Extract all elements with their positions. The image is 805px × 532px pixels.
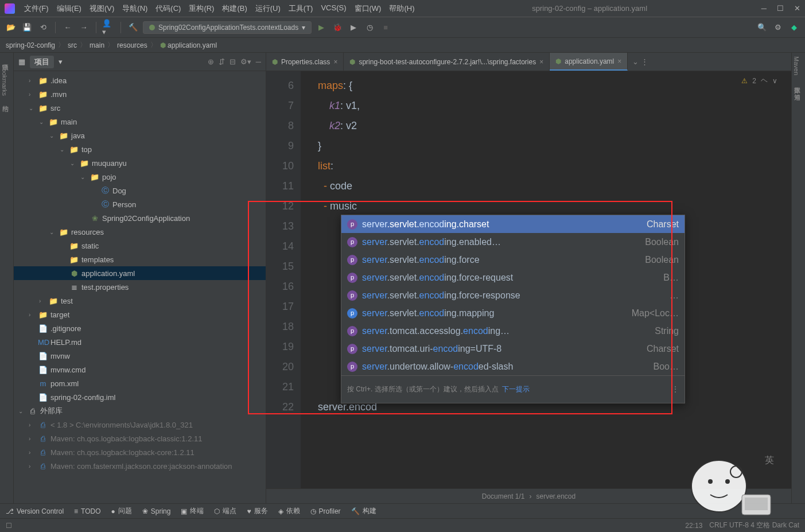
coverage-icon[interactable]: ▶ bbox=[347, 21, 360, 34]
next-hint-link[interactable]: 下一提示 bbox=[502, 379, 530, 399]
autocomplete-item[interactable]: pserver.servlet.encoding.mappingMap<Loc… bbox=[341, 304, 685, 322]
toolwindow-button[interactable]: ●问题 bbox=[111, 506, 132, 516]
autocomplete-item[interactable]: pserver.tomcat.accesslog.encoding…String bbox=[341, 322, 685, 340]
run-config-selector[interactable]: Spring02ConfigApplicationTests.contextLo… bbox=[143, 21, 312, 34]
tree-item[interactable]: ›📁.idea bbox=[14, 73, 266, 87]
tree-item[interactable]: ⌄📁resources bbox=[14, 225, 266, 239]
dropdown-icon[interactable]: ▾ bbox=[59, 57, 63, 66]
autocomplete-item[interactable]: pserver.servlet.encoding.forceBoolean bbox=[341, 251, 685, 269]
tree-item[interactable]: 📄.gitignore bbox=[14, 321, 266, 335]
search-icon[interactable]: 🔍 bbox=[756, 21, 768, 34]
code-editor[interactable]: 678910111213141516171819202122 maps: { k… bbox=[266, 71, 791, 488]
tool-strip-item[interactable]: 项目 bbox=[0, 57, 11, 62]
tree-item[interactable]: ⌄📁java bbox=[14, 129, 266, 142]
save-icon[interactable]: 💾 bbox=[21, 21, 33, 34]
tree-item[interactable]: ›⎙Maven: ch.qos.logback:logback-core:1.2… bbox=[14, 445, 266, 459]
back-icon[interactable]: ← bbox=[61, 21, 74, 34]
tree-item[interactable]: ⒸPerson bbox=[14, 197, 266, 211]
hammer-icon[interactable]: 🔨 bbox=[127, 21, 139, 34]
menu-item[interactable]: 运行(U) bbox=[252, 2, 284, 15]
collapse-icon[interactable]: ⊟ bbox=[230, 57, 236, 66]
profile-icon[interactable]: ◷ bbox=[363, 21, 376, 34]
menu-item[interactable]: 视图(V) bbox=[86, 2, 118, 15]
tool-strip-item[interactable]: Bookmarks bbox=[0, 62, 9, 98]
tree-item[interactable]: ›⎙< 1.8 > C:\environments\Java\jdk1.8.0_… bbox=[14, 418, 266, 432]
breadcrumb-item[interactable]: ⬢ application.yaml bbox=[160, 41, 217, 49]
user-icon[interactable]: 👤▾ bbox=[102, 21, 115, 34]
menu-item[interactable]: 重构(R) bbox=[185, 2, 217, 15]
autocomplete-item[interactable]: pserver.servlet.encoding.force-requestB… bbox=[341, 269, 685, 286]
menu-item[interactable]: 代码(C) bbox=[152, 2, 184, 15]
toolwindow-button[interactable]: ⎇Version Control bbox=[6, 507, 64, 515]
tree-item[interactable]: mpom.xml bbox=[14, 376, 266, 390]
status-encoding[interactable]: CRLF UTF-8 4 空格 Dark Cat bbox=[709, 521, 799, 530]
tree-item[interactable]: ›📁.mvn bbox=[14, 87, 266, 101]
toolwindow-button[interactable]: ⬡端点 bbox=[214, 506, 236, 516]
editor-tab[interactable]: ⬢application.yaml× bbox=[550, 53, 628, 71]
breadcrumb-item[interactable]: main bbox=[90, 41, 104, 49]
sync-icon[interactable]: ⟲ bbox=[37, 21, 49, 34]
tree-item[interactable]: ⌄📁pojo bbox=[14, 170, 266, 184]
close-icon[interactable]: ✕ bbox=[794, 4, 800, 13]
autocomplete-item[interactable]: pserver.undertow.allow-encoded-slashBoo… bbox=[341, 358, 685, 375]
tree-item[interactable]: 📁templates bbox=[14, 253, 266, 266]
stop-icon[interactable]: ■ bbox=[379, 21, 392, 34]
tab-close-icon[interactable]: × bbox=[333, 58, 337, 66]
tree-item[interactable]: MDHELP.md bbox=[14, 335, 266, 349]
menu-item[interactable]: 窗口(W) bbox=[351, 2, 385, 15]
tree-item[interactable]: ⌄📁src bbox=[14, 101, 266, 115]
menu-item[interactable]: 构建(B) bbox=[219, 2, 250, 15]
tree-item[interactable]: 📄mvnw.cmd bbox=[14, 363, 266, 376]
next-icon[interactable]: ∨ bbox=[772, 77, 777, 85]
breadcrumb-item[interactable]: src bbox=[68, 41, 77, 49]
menu-item[interactable]: 文件(F) bbox=[21, 2, 52, 15]
tree-item[interactable]: ❀Spring02ConfigApplication bbox=[14, 211, 266, 225]
autocomplete-item[interactable]: pserver.servlet.encoding.force-response… bbox=[341, 286, 685, 304]
menu-item[interactable]: 工具(T) bbox=[285, 2, 317, 15]
tree-item[interactable]: ⬢application.yaml bbox=[14, 266, 266, 280]
toolwindow-button[interactable]: ≡TODO bbox=[74, 507, 100, 515]
autocomplete-item[interactable]: pserver.tomcat.uri-encoding=UTF-8Charset bbox=[341, 340, 685, 358]
popup-more-icon[interactable]: ⋮ bbox=[672, 379, 679, 399]
tree-item[interactable]: ⌄📁main bbox=[14, 115, 266, 129]
code-content[interactable]: maps: { k1: v1, k2: v2 } list: - code - … bbox=[301, 71, 791, 488]
tree-item[interactable]: ⌄📁muquanyu bbox=[14, 156, 266, 170]
tree-item[interactable]: ›📁test bbox=[14, 294, 266, 308]
inspection-widget[interactable]: ⚠ 2 ヘ ∨ bbox=[741, 76, 777, 86]
tree-item[interactable]: ⌄📁top bbox=[14, 142, 266, 156]
breadcrumb-item[interactable]: resources bbox=[117, 41, 147, 49]
toolwindow-button[interactable]: ◷Profiler bbox=[310, 507, 341, 515]
expand-icon[interactable]: ⇵ bbox=[219, 57, 225, 66]
project-title[interactable]: 项目 bbox=[30, 56, 54, 68]
tabs-more-icon[interactable]: ⌄ ⋮ bbox=[628, 57, 653, 66]
tab-close-icon[interactable]: × bbox=[617, 57, 621, 65]
toolwindow-button[interactable]: ❀Spring bbox=[142, 507, 171, 515]
gear-icon[interactable]: ⚙▾ bbox=[240, 57, 251, 66]
tree-item[interactable]: ›📁target bbox=[14, 308, 266, 321]
prev-icon[interactable]: ヘ bbox=[761, 76, 768, 86]
tree-item[interactable]: 📁static bbox=[14, 239, 266, 253]
tree-item[interactable]: 📄mvnw bbox=[14, 349, 266, 363]
menu-item[interactable]: 导航(N) bbox=[119, 2, 151, 15]
tree-item[interactable]: ›⎙Maven: ch.qos.logback:logback-classic:… bbox=[14, 432, 266, 445]
tool-strip-item[interactable]: Maven bbox=[792, 53, 801, 79]
toolwindow-button[interactable]: ◈依赖 bbox=[278, 506, 300, 516]
autocomplete-item[interactable]: pserver.servlet.encoding.charsetCharset bbox=[341, 215, 685, 233]
editor-tab[interactable]: ⬢spring-boot-test-autoconfigure-2.7.2.ja… bbox=[344, 53, 550, 71]
tool-strip-item[interactable]: 结构 bbox=[0, 98, 11, 103]
menu-item[interactable]: 编辑(E) bbox=[53, 2, 85, 15]
maximize-icon[interactable]: ☐ bbox=[777, 4, 784, 13]
minimize-icon[interactable]: ─ bbox=[761, 4, 767, 13]
forward-icon[interactable]: → bbox=[77, 21, 90, 34]
menu-item[interactable]: VCS(S) bbox=[317, 2, 349, 15]
tree-item[interactable]: ⌄⎙外部库 bbox=[14, 404, 266, 418]
toolwindow-button[interactable]: ▣终端 bbox=[181, 506, 204, 516]
tree-item[interactable]: ⒸDog bbox=[14, 184, 266, 197]
tree-item[interactable]: ›⎙Maven: com.fasterxml.jackson.core:jack… bbox=[14, 459, 266, 473]
tree-item[interactable]: ≣test.properties bbox=[14, 280, 266, 294]
run-icon[interactable]: ▶ bbox=[315, 21, 328, 34]
open-icon[interactable]: 📂 bbox=[5, 21, 17, 34]
debug-icon[interactable]: 🐞 bbox=[331, 21, 344, 34]
breadcrumb-item[interactable]: spring-02-config bbox=[6, 41, 55, 49]
tool-strip-item[interactable]: 数据库 bbox=[792, 79, 803, 86]
